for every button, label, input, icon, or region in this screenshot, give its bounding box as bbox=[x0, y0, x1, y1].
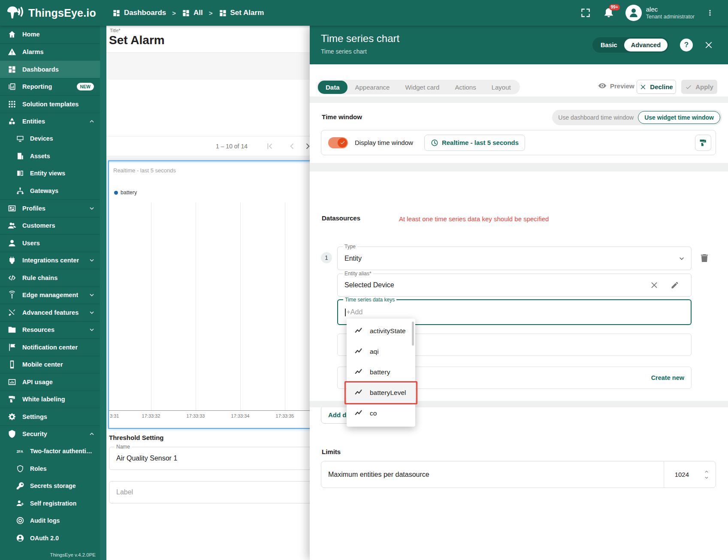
preview-button[interactable]: Preview bbox=[598, 81, 634, 90]
user-info[interactable]: alec Tenant administrator bbox=[646, 6, 695, 20]
dropdown-scrollbar[interactable] bbox=[412, 322, 414, 346]
sidebar-item-users[interactable]: Users bbox=[0, 234, 100, 252]
number-stepper[interactable] bbox=[704, 469, 710, 481]
datasource-index: 1 bbox=[321, 252, 332, 263]
dashboards-icon bbox=[8, 65, 16, 74]
sidebar-item-home[interactable]: Home bbox=[0, 26, 100, 43]
kebab-menu-icon[interactable] bbox=[706, 8, 714, 18]
use-dashboard-timewindow-option[interactable]: Use dashboard time window bbox=[558, 114, 634, 121]
decline-button[interactable]: Decline bbox=[637, 80, 676, 94]
sidebar-item-edge-management[interactable]: Edge management bbox=[0, 286, 100, 304]
sidebar-item-label: Security bbox=[22, 431, 47, 437]
sidebar-item-security[interactable]: Security bbox=[0, 425, 100, 443]
dialog-header: Time series chart Time series chart Basi… bbox=[310, 26, 728, 64]
dropdown-option-co[interactable]: co bbox=[347, 403, 415, 424]
sidebar-item-gateways[interactable]: Gateways bbox=[0, 182, 100, 200]
display-timewindow-toggle[interactable] bbox=[328, 137, 348, 148]
x-axis-tick: 17:33:35 bbox=[276, 413, 294, 418]
avatar[interactable] bbox=[625, 5, 642, 21]
apply-button[interactable]: Apply bbox=[681, 80, 717, 94]
sidebar-item-dashboards[interactable]: Dashboards bbox=[0, 60, 100, 78]
name-field-label: Name bbox=[115, 444, 132, 450]
tab-appearance[interactable]: Appearance bbox=[347, 81, 398, 94]
breadcrumb-item-set-alarm[interactable]: Set Alarm bbox=[219, 9, 264, 17]
sidebar-item-self-registration[interactable]: Self registration bbox=[0, 495, 100, 512]
sidebar-item-profiles[interactable]: Profiles bbox=[0, 199, 100, 217]
sidebar-item-label: Alarms bbox=[22, 48, 44, 55]
dropdown-option-aqi[interactable]: aqi bbox=[347, 341, 415, 362]
sidebar-item-api-usage[interactable]: API usage bbox=[0, 373, 100, 391]
sidebar-item-secrets-storage[interactable]: Secrets storage bbox=[0, 477, 100, 495]
first-page-icon[interactable] bbox=[265, 142, 275, 151]
datasource-type-select[interactable]: Type Entity bbox=[337, 247, 692, 270]
chevron-down-icon bbox=[88, 309, 96, 316]
notifications-bell-icon[interactable]: 99+ bbox=[603, 7, 614, 18]
sidebar-item-oauth-2-0[interactable]: OAuth 2.0 bbox=[0, 530, 100, 547]
sidebar-item-solution-templates[interactable]: Solution templates bbox=[0, 95, 100, 113]
new-badge: NEW bbox=[77, 83, 94, 90]
sidebar-item-advanced-features[interactable]: Advanced features bbox=[0, 304, 100, 321]
sidebar-item-white-labeling[interactable]: White labeling bbox=[0, 391, 100, 408]
close-icon[interactable] bbox=[704, 40, 713, 50]
fullscreen-icon[interactable] bbox=[580, 7, 591, 18]
sidebar-item-two-factor-authenticati[interactable]: 2FATwo-factor authenticati… bbox=[0, 443, 100, 460]
sidebar-item-label: Rule chains bbox=[22, 274, 58, 281]
sidebar-item-label: Entities bbox=[22, 118, 45, 125]
widget-config-dialog: Time series chart Time series chart Basi… bbox=[310, 26, 728, 560]
clear-alias-icon[interactable] bbox=[650, 281, 659, 289]
mode-advanced-option[interactable]: Advanced bbox=[624, 39, 668, 51]
dropdown-option-label: activityState bbox=[370, 327, 406, 335]
max-entities-value[interactable]: 1024 bbox=[675, 471, 689, 478]
sidebar-item-entities[interactable]: Entities bbox=[0, 113, 100, 130]
sidebar-item-notification-center[interactable]: Notification center bbox=[0, 338, 100, 356]
pagination-range: 1 – 10 of 14 bbox=[216, 143, 248, 150]
sidebar-item-alarms[interactable]: Alarms bbox=[0, 43, 100, 61]
dropdown-option-battery[interactable]: battery bbox=[347, 362, 415, 382]
timeseries-widget[interactable]: Realtime - last 5 seconds battery 3:3117… bbox=[108, 160, 328, 429]
close-small-icon bbox=[640, 84, 646, 90]
users-icon bbox=[8, 239, 16, 247]
help-icon[interactable]: ? bbox=[680, 39, 693, 51]
tab-layout[interactable]: Layout bbox=[484, 81, 519, 94]
use-widget-timewindow-option[interactable]: Use widget time window bbox=[638, 111, 720, 124]
dropdown-option-batterylevel[interactable]: batteryLevel bbox=[347, 382, 415, 403]
data-keys-label: Time series data keys bbox=[343, 297, 396, 303]
profiles-icon bbox=[8, 204, 16, 213]
create-new-link[interactable]: Create new bbox=[651, 374, 684, 381]
threshold-label-field[interactable]: Label bbox=[109, 481, 326, 503]
chart-x-axis: 3:3117:33:3217:33:3317:33:3417:33:35 bbox=[109, 413, 327, 420]
notification-badge: 99+ bbox=[609, 4, 620, 10]
delete-datasource-icon[interactable] bbox=[699, 253, 710, 263]
logo[interactable]: ThingsEye.io bbox=[0, 5, 106, 21]
breadcrumb-item-dashboards[interactable]: Dashboards bbox=[112, 9, 166, 17]
timewindow-style-button[interactable] bbox=[695, 135, 711, 151]
mode-basic-option[interactable]: Basic bbox=[594, 39, 624, 51]
edit-alias-pencil-icon[interactable] bbox=[671, 281, 679, 289]
tab-widget-card[interactable]: Widget card bbox=[397, 81, 447, 94]
sidebar-item-entity-views[interactable]: Entity views bbox=[0, 165, 100, 182]
breadcrumb-item-all[interactable]: All bbox=[182, 9, 203, 17]
sidebar-item-label: Two-factor authenticati… bbox=[30, 448, 94, 455]
realtime-timewindow-button[interactable]: Realtime - last 5 seconds bbox=[424, 135, 525, 151]
sidebar-item-devices[interactable]: Devices bbox=[0, 130, 100, 148]
sidebar-item-rule-chains[interactable]: Rule chains bbox=[0, 269, 100, 286]
sidebar-item-label: Solution templates bbox=[22, 101, 79, 108]
sidebar-item-reporting[interactable]: ReportingNEW bbox=[0, 78, 100, 96]
threshold-name-field[interactable]: Name Air Quality Sensor 1 bbox=[109, 447, 326, 470]
sidebar-item-settings[interactable]: Settings bbox=[0, 408, 100, 425]
sidebar-item-resources[interactable]: Resources bbox=[0, 321, 100, 339]
entity-alias-field[interactable]: Entity alias* Selected Device bbox=[337, 274, 692, 297]
sidebar-item-integrations-center[interactable]: Integrations center bbox=[0, 252, 100, 269]
legend-label: battery bbox=[121, 190, 137, 196]
tab-data[interactable]: Data bbox=[318, 81, 347, 94]
sidebar-item-assets[interactable]: Assets bbox=[0, 148, 100, 165]
sidebar-item-roles[interactable]: Roles bbox=[0, 460, 100, 478]
sidebar-item-mobile-center[interactable]: Mobile center bbox=[0, 356, 100, 373]
dropdown-option-activitystate[interactable]: activityState bbox=[347, 321, 415, 341]
sidebar-item-audit-logs[interactable]: Audit logs bbox=[0, 512, 100, 530]
tab-actions[interactable]: Actions bbox=[447, 81, 483, 94]
form-strip bbox=[106, 52, 329, 80]
prev-page-icon[interactable] bbox=[287, 142, 297, 151]
chart-legend[interactable]: battery bbox=[114, 190, 137, 196]
sidebar-item-customers[interactable]: Customers bbox=[0, 217, 100, 235]
